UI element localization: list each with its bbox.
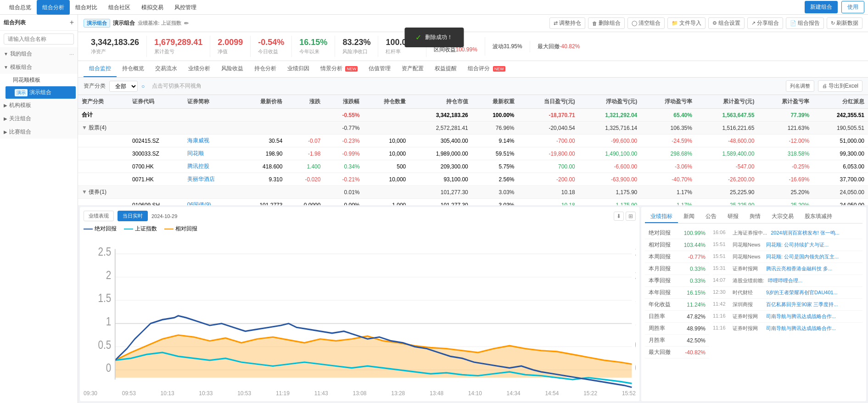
stock-group-daily-pnl: -20,040.54 [518,122,579,134]
edit-benchmark-icon[interactable]: ✏ [184,20,189,27]
legend-sse-index: 上证指数 [124,225,157,233]
settings-button[interactable]: ⚙ 组合设置 [708,17,745,29]
total-dividend: 242,355.51 [813,109,868,122]
news-link[interactable]: 哔哩哔哩合理... [768,277,802,284]
add-portfolio-icon[interactable]: + [70,18,74,27]
stock-name-link[interactable]: 美丽华酒店 [184,173,239,186]
tab-performance-attribution[interactable]: 业绩归因 [282,61,315,77]
nav-value: 2.0099 [218,38,243,47]
institution-template-header[interactable]: ▶ 机构模板 [0,99,78,112]
tab-portfolio-monitor[interactable]: 组合监控 [84,61,117,77]
news-link[interactable]: 2024胡润百富榜发布! 张一鸣... [771,229,840,236]
use-button[interactable]: 使用 [841,1,864,13]
bond-group-label[interactable]: ▼ 债券(1) [78,186,129,199]
nav-item-community[interactable]: 组合社区 [103,0,136,15]
tab-block-trade[interactable]: 大宗交易 [766,211,799,223]
watchlist-header[interactable]: ▶ 关注组合 [0,112,78,125]
tab-valuation[interactable]: 估值管理 [363,61,396,77]
total-weight: 100.00% [472,109,518,122]
col-change: 涨跌 [286,95,324,109]
tab-holdings-overview[interactable]: 持仓概览 [117,61,150,77]
realtime-view-button[interactable]: 当日实时 [118,211,148,221]
stock-group-label[interactable]: ▼ 股票(4) [78,122,129,134]
new-portfolio-button[interactable]: 新建组合 [805,1,838,13]
filter-row: 资产分类 全部 股票 债券 基金 ○ 点击可切换不同视角 列名调整 🖨 导出到E… [78,78,868,95]
news-link[interactable]: 同花顺: 公司持续扩大与证... [766,241,829,248]
tab-equity-alert[interactable]: 权益提醒 [429,61,462,77]
news-link[interactable]: 百亿私募回升至90家 三季度持... [766,301,838,308]
chart-area: 2.5 2 1.5 1 0.5 0 2.5 2 1.5 1 0.5 0 [84,235,636,389]
risk-label: 风险净收口 [342,48,370,55]
competition-header[interactable]: ▶ 比赛组合 [0,125,78,139]
my-portfolio-header[interactable]: ▼ 我的组合 ··· [0,47,78,61]
filter-label: 资产分类 [84,82,106,90]
bond-name-link[interactable]: 06国债(9) [184,199,239,206]
total-change-pct: -0.55% [324,109,363,122]
demo-tag: 演示 [15,89,28,96]
refresh-button[interactable]: ↻ 刷新数据 [827,17,862,29]
today-return-value: -0.54% [258,38,284,47]
tab-risk-return[interactable]: 风险收益 [216,61,249,77]
clear-portfolio-button[interactable]: ◯ 清空组合 [627,17,665,29]
sidebar-title: 组合列表 [4,19,26,27]
asset-type-filter[interactable]: 全部 股票 债券 基金 [109,81,138,92]
delete-portfolio-button[interactable]: 🗑 删除组合 [588,17,625,29]
news-link[interactable]: 同花顺: 公司是国内领先的互主... [766,253,839,260]
sidebar-search-input[interactable] [4,34,74,45]
stock-name-link[interactable]: 腾讯控股 [184,160,239,173]
tab-holdings-analysis[interactable]: 持仓分析 [249,61,282,77]
perf-view-button[interactable]: 业绩表现 [84,211,114,221]
nav-item-risk[interactable]: 风控管理 [169,0,202,15]
toast-message: 删除成功！ [425,34,453,41]
portfolio-header: 演示组合 演示组合 业绩基准: 上证指数 ✏ ⇄ 调整持仓 🗑 删除组合 ◯ 清… [78,15,868,32]
portfolio-title: 演示组合 [113,19,135,27]
news-link[interactable]: 司南导航与腾讯达成战略合作... [766,313,836,320]
news-link[interactable]: 9岁的王者荣耀再创官DAU401... [766,289,838,296]
svg-text:1: 1 [635,315,636,328]
scenario-new-badge: NEW [345,66,358,72]
metric-row-absolute: 绝对回报 100.99% [645,227,709,239]
my-portfolio-section: ▼ 我的组合 ··· [0,47,78,61]
svg-text:0.5: 0.5 [98,338,111,351]
expand-chart-icon[interactable]: ⊞ [626,212,636,221]
tab-performance-analysis[interactable]: 业绩分析 [183,61,216,77]
cum-pnl-value: 1,679,289.41 [154,38,202,47]
tab-shareholder[interactable]: 股东填减持 [799,211,838,223]
nav-item-overview[interactable]: 组合总览 [4,0,37,15]
tab-performance-metrics[interactable]: 业绩指标 [645,211,678,223]
svg-text:2: 2 [635,269,636,281]
news-item: 11:16 证券时报网 司南导航与腾讯达成战略合作... [713,311,862,323]
sidebar-item-tonghuashun-template[interactable]: 同花顺模板 [4,74,78,86]
import-file-button[interactable]: 📁 文件导入 [667,17,706,29]
toast-check-icon: ✓ [415,33,421,42]
tab-portfolio-score[interactable]: 组合评分 NEW [462,61,510,77]
news-link[interactable]: 腾讯云亮相香港金融科技 多... [766,265,832,272]
tab-transaction-flow[interactable]: 交易流水 [150,61,183,77]
sidebar-item-demo-portfolio[interactable]: 演示 演示组合 [6,86,76,99]
report-button[interactable]: 📄 组合报告 [786,17,824,29]
share-button[interactable]: ↗ 分享组合 [747,17,783,29]
adjust-holdings-button[interactable]: ⇄ 调整持仓 [549,17,585,29]
stock-group-float-pnl: 1,325,716.14 [579,122,641,134]
news-item: 12:30 时代财经 9岁的王者荣耀再创官DAU401... [713,287,862,299]
news-link[interactable]: 司南导航与腾讯达成战略合作... [766,325,836,332]
tab-asset-allocation[interactable]: 资产配置 [396,61,429,77]
tab-news[interactable]: 新闻 [678,211,700,223]
nav-item-compare[interactable]: 组合对比 [70,0,103,15]
nav-item-analysis[interactable]: 组合分析 [37,0,70,15]
stock-name-link[interactable]: 同花顺 [184,147,239,160]
nav-item-simulate[interactable]: 模拟交易 [136,0,169,15]
tab-research[interactable]: 研报 [722,211,744,223]
stock-name-link[interactable]: 海康威视 [184,134,239,147]
svg-text:0.5: 0.5 [635,338,636,351]
tab-sentiment[interactable]: 舆情 [744,211,766,223]
template-portfolio-header[interactable]: ▼ 模板组合 [0,61,78,74]
download-chart-icon[interactable]: ⬇ [614,212,624,221]
template-portfolio-section: ▼ 模板组合 同花顺模板 演示 演示组合 [0,61,78,99]
volatility-value: 波动31.95% [493,43,522,50]
export-excel-button[interactable]: 🖨 导出到Excel [818,80,862,92]
tab-scenario-analysis[interactable]: 情景分析 NEW [315,61,363,77]
chart-legend: 绝对回报 上证指数 相对回报 [84,225,636,233]
tab-announcements[interactable]: 公告 [700,211,722,223]
col-adjust-button[interactable]: 列名调整 [786,80,814,92]
